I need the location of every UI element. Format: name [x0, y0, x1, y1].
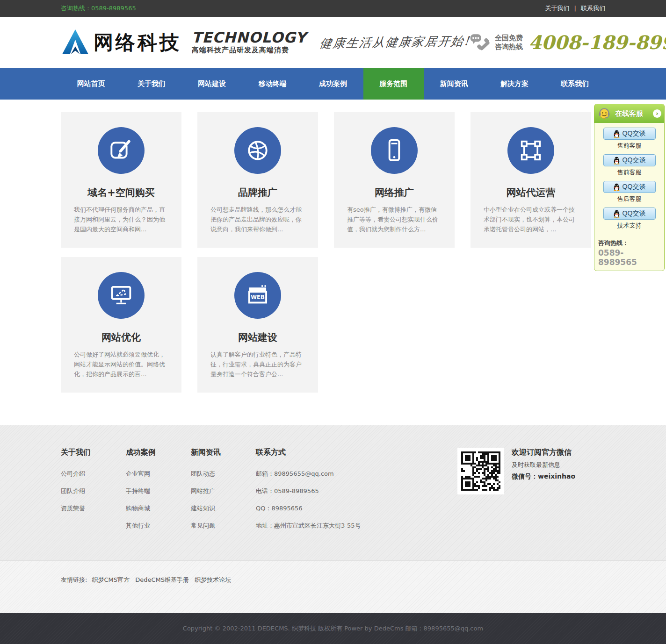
- topbar-link-about[interactable]: 关于我们: [545, 5, 569, 12]
- service-title: 网站代运营: [471, 186, 591, 199]
- qq-item: QQ交谈 售后客服: [598, 181, 660, 203]
- service-title: 品牌推广: [197, 186, 318, 199]
- main-nav: 网站首页 关于我们 网站建设 移动终端 成功案例 服务范围 新闻资讯 解决方案 …: [0, 68, 666, 100]
- panel-collapse-arrow-icon[interactable]: ›: [653, 109, 661, 118]
- edit-icon: [98, 127, 145, 174]
- logo-en: TECHNOLOGY: [192, 30, 307, 45]
- service-desc: 我们不代理任何服务商的产品，直接万网和阿里云，为什么？因为他是国内最大的空间商和…: [61, 199, 181, 234]
- footer-col-contact: 联系方式 邮箱：89895655@qq.com 电话：0589-8989565 …: [256, 448, 457, 539]
- footer-link[interactable]: 网站推广: [191, 487, 256, 495]
- footer-col-title: 联系方式: [256, 448, 457, 458]
- footer-link[interactable]: 其他行业: [126, 522, 191, 530]
- svg-text:WEB: WEB: [251, 294, 265, 301]
- service-card-webdesign[interactable]: WEB 网站建设 认真了解客户的行业特色，产品特征，行业需求，真真正正的为客户量…: [197, 257, 318, 393]
- service-card-operation[interactable]: 网站代运营 中小型企业在公司成立或养一个技术部门不现实，也不划算，本公司承诺托管…: [471, 112, 591, 248]
- service-desc: 中小型企业在公司成立或养一个技术部门不现实，也不划算，本公司承诺托管贵公司的网站…: [471, 199, 591, 234]
- qq-chat-button[interactable]: QQ交谈: [603, 154, 656, 166]
- topbar-hotline: 咨询热线：0589-8989565: [61, 4, 136, 13]
- header-slogan: 健康生活从健康家居开始!: [319, 33, 471, 52]
- service-desc: 公司做好了网站就必须要做优化，网站才能显示网站的价值。网络优化，把你的产品展示的…: [61, 344, 181, 379]
- qq-item: QQ交谈 售前客服: [598, 154, 660, 177]
- nav-item-about[interactable]: 关于我们: [121, 68, 181, 100]
- logo-subtitle: 高端科技产品研发及高端消费: [192, 46, 307, 55]
- footer-link[interactable]: 手持终端: [126, 487, 191, 495]
- footer-link[interactable]: 企业官网: [126, 470, 191, 478]
- footer-link[interactable]: 团队动态: [191, 470, 256, 478]
- topbar-links: 关于我们 | 联系我们: [545, 4, 605, 13]
- hotline-label-2: 咨询热线: [495, 43, 523, 51]
- topbar-link-contact[interactable]: 联系我们: [581, 5, 605, 12]
- footer-col-title: 关于我们: [61, 448, 126, 458]
- nav-item-website[interactable]: 网站建设: [182, 68, 242, 100]
- footer-link[interactable]: 购物商城: [126, 504, 191, 513]
- logo-text: 网络科技: [94, 29, 181, 56]
- contact-phone: 电话：0589-8989565: [256, 487, 457, 495]
- contact-qq: QQ：89895656: [256, 504, 457, 513]
- service-card-promotion[interactable]: 网络推广 有seo推广，有微博推广，有微信推广等等，看贵公司想实现什么价值，我们…: [334, 112, 455, 248]
- service-desc: 有seo推广，有微博推广，有微信推广等等，看贵公司想实现什么价值，我们就为您制作…: [334, 199, 455, 234]
- footer-col-about: 关于我们 公司介绍 团队介绍 资质荣誉: [61, 448, 126, 539]
- online-service-header: 在线客服 ›: [594, 104, 664, 123]
- main-content: 域名+空间购买 我们不代理任何服务商的产品，直接万网和阿里云，为什么？因为他是国…: [0, 100, 666, 425]
- footer-col-news: 新闻资讯 团队动态 网站推广 建站知识 常见问题: [191, 448, 256, 539]
- page: 咨询热线：0589-8989565 关于我们 | 联系我们 网络科技: [0, 0, 666, 644]
- qq-chat-button[interactable]: QQ交谈: [603, 208, 656, 220]
- friend-links-bar: 友情链接: 织梦CMS官方 DedeCMS维基手册 织梦技术论坛: [0, 561, 666, 613]
- friend-link-dedecms[interactable]: 织梦CMS官方: [92, 576, 130, 583]
- dribbble-icon: [234, 127, 281, 174]
- panel-hotline: 咨询热线： 0589-8989565: [594, 238, 664, 271]
- qq-chat-button[interactable]: QQ交谈: [603, 181, 656, 193]
- footer-col-title: 新闻资讯: [191, 448, 256, 458]
- qq-item-label: 技术支持: [598, 222, 660, 230]
- service-cards: 域名+空间购买 我们不代理任何服务商的产品，直接万网和阿里云，为什么？因为他是国…: [61, 112, 591, 393]
- online-service-body: QQ交谈 售前客服 QQ交谈 售前客服 QQ交谈 售后客服: [594, 123, 664, 238]
- service-title: 网站优化: [61, 331, 181, 344]
- nav-item-news[interactable]: 新闻资讯: [424, 68, 484, 100]
- footer: 关于我们 公司介绍 团队介绍 资质荣誉 成功案例 企业官网 手持终端 购物商城 …: [0, 425, 666, 561]
- phone-icon: [470, 32, 491, 53]
- friend-link-forum[interactable]: 织梦技术论坛: [195, 576, 231, 583]
- header: 网络科技 TECHNOLOGY 高端科技产品研发及高端消费 健康生活从健康家居开…: [0, 17, 666, 68]
- frame-icon: [507, 127, 554, 174]
- wechat-title: 欢迎订阅官方微信: [512, 448, 605, 458]
- service-desc: 公司想走品牌路线，那么怎么才能把你的产品走出品牌的效应呢，你说意向，我们来帮你做…: [197, 199, 318, 234]
- logo-icon: [61, 28, 90, 57]
- online-service-title: 在线客服: [615, 109, 643, 118]
- qq-penguin-icon: [613, 183, 620, 191]
- wechat-qr: [461, 451, 500, 491]
- footer-link[interactable]: 建站知识: [191, 504, 256, 513]
- qq-penguin-icon: [613, 157, 620, 165]
- service-card-domain[interactable]: 域名+空间购买 我们不代理任何服务商的产品，直接万网和阿里云，为什么？因为他是国…: [61, 112, 181, 248]
- friend-links-label: 友情链接:: [61, 576, 87, 583]
- footer-link[interactable]: 常见问题: [191, 522, 256, 530]
- nav-item-contact[interactable]: 联系我们: [545, 68, 605, 100]
- footer-link[interactable]: 公司介绍: [61, 470, 126, 478]
- footer-link[interactable]: 资质荣誉: [61, 504, 126, 513]
- qq-item: QQ交谈 售前客服: [598, 128, 660, 150]
- nav-item-services[interactable]: 服务范围: [363, 68, 424, 100]
- nav-item-home[interactable]: 网站首页: [61, 68, 121, 100]
- panel-hotline-number: 0589-8989565: [598, 248, 661, 267]
- header-phone-area: 全国免费 咨询热线 4008-189-899: [470, 31, 666, 53]
- footer-link[interactable]: 团队介绍: [61, 487, 126, 495]
- nav-item-mobile[interactable]: 移动终端: [242, 68, 303, 100]
- big-phone-number: 4008-189-899: [528, 31, 666, 53]
- contact-email: 邮箱：89895655@qq.com: [256, 470, 457, 478]
- service-card-seo[interactable]: 网站优化 公司做好了网站就必须要做优化，网站才能显示网站的价值。网络优化，把你的…: [61, 257, 181, 393]
- friend-link-wiki[interactable]: DedeCMS维基手册: [135, 576, 189, 583]
- wechat-subtitle: 及时获取最新信息: [512, 461, 605, 469]
- service-title: 网站建设: [197, 331, 318, 344]
- footer-col-cases: 成功案例 企业官网 手持终端 购物商城 其他行业: [126, 448, 191, 539]
- qq-chat-button[interactable]: QQ交谈: [603, 128, 656, 140]
- nav-item-cases[interactable]: 成功案例: [303, 68, 363, 100]
- topbar-separator: |: [574, 5, 576, 12]
- logo-en-block: TECHNOLOGY 高端科技产品研发及高端消费: [192, 30, 307, 55]
- service-card-brand[interactable]: 品牌推广 公司想走品牌路线，那么怎么才能把你的产品走出品牌的效应呢，你说意向，我…: [197, 112, 318, 248]
- mobile-icon: [371, 127, 418, 174]
- copyright-text: Copyright © 2002-2011 DEDECMS. 织梦科技 版权所有…: [183, 625, 483, 632]
- qq-item-label: 售前客服: [598, 168, 660, 177]
- wechat-block: 欢迎订阅官方微信 及时获取最新信息 微信号：weixinhao: [457, 448, 605, 539]
- hotline-label-1: 全国免费: [495, 34, 523, 43]
- nav-item-solutions[interactable]: 解决方案: [484, 68, 544, 100]
- qq-item-label: 售后客服: [598, 195, 660, 203]
